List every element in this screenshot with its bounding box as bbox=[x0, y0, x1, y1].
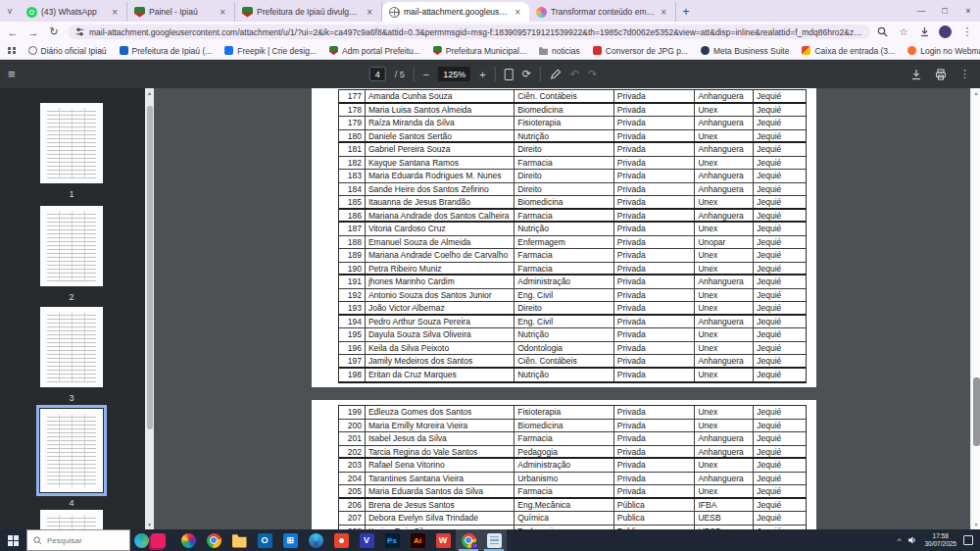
bookmark-item[interactable]: Prefeitura Municipal... bbox=[433, 46, 526, 56]
taskbar-app-editor[interactable] bbox=[481, 529, 507, 551]
page-thumbnail[interactable] bbox=[40, 307, 103, 387]
taskbar-clock[interactable]: 17:58 30/07/2025 bbox=[924, 532, 956, 548]
bookmark-item[interactable]: Caixa de entrada (3... bbox=[802, 46, 895, 56]
scroll-down-icon[interactable]: ▼ bbox=[145, 522, 154, 527]
table-cell: Privada bbox=[614, 104, 696, 117]
address-toolbar: ← → ↻ mail-attachment.googleusercontent.… bbox=[0, 22, 980, 42]
tab-close-icon[interactable]: × bbox=[659, 7, 668, 18]
photos-pink-icon[interactable] bbox=[151, 533, 166, 548]
pinwheel-teal-icon[interactable] bbox=[134, 533, 149, 548]
hidden-icons-caret-icon[interactable]: ^ bbox=[898, 536, 902, 545]
bookmark-item[interactable]: Prefeitura de Ipiaú (... bbox=[120, 46, 213, 56]
bookmark-item[interactable]: Meta Business Suite bbox=[701, 46, 789, 56]
annotate-pen-icon[interactable] bbox=[550, 69, 562, 80]
undo-icon[interactable]: ↶ bbox=[570, 68, 579, 80]
speaker-icon[interactable] bbox=[907, 535, 917, 545]
bookmark-item[interactable]: Login no Webmail bbox=[907, 46, 980, 56]
forward-icon[interactable]: → bbox=[26, 26, 40, 38]
new-tab-button[interactable]: + bbox=[676, 2, 696, 22]
fit-page-icon[interactable] bbox=[505, 69, 514, 80]
pdf-menu-icon[interactable]: ≡ bbox=[8, 67, 16, 81]
browser-tab[interactable]: mail-attachment.googleuserc...× bbox=[382, 2, 529, 22]
pdf-more-icon[interactable]: ⋮ bbox=[959, 68, 970, 80]
bookmark-item[interactable]: Conversor de JPG p... bbox=[593, 46, 688, 56]
maximize-button[interactable]: □ bbox=[933, 0, 956, 22]
bookmark-item[interactable]: Freepik | Crie desig... bbox=[224, 46, 317, 56]
browser-tab[interactable]: Transformar conteúdo em texto× bbox=[529, 2, 676, 22]
taskbar-app-store[interactable] bbox=[277, 529, 303, 551]
table-cell: Unex bbox=[695, 420, 754, 432]
taskbar-app-chrome-profile[interactable] bbox=[456, 529, 481, 551]
sidebar-scrollbar[interactable]: ▲ ▼ bbox=[145, 88, 154, 529]
taskbar-app-illustrator[interactable] bbox=[405, 529, 430, 551]
table-cell: Unex bbox=[695, 196, 754, 208]
bookmark-item[interactable]: Diário oficial Ipiaú bbox=[28, 46, 107, 56]
pdf-toolbar-right: ⋮ bbox=[910, 68, 970, 80]
download-icon[interactable] bbox=[910, 69, 922, 80]
zoom-level[interactable]: 125% bbox=[438, 67, 470, 81]
profile-avatar[interactable] bbox=[939, 25, 952, 38]
table-row: 201Isabel Jesus da SilvaFarmaciaPrivadaA… bbox=[339, 432, 806, 446]
url-text[interactable]: mail-attachment.googleusercontent.com/at… bbox=[89, 27, 862, 37]
taskbar-app-chrome[interactable] bbox=[201, 529, 226, 551]
page-thumbnail[interactable] bbox=[40, 103, 103, 183]
taskbar-app-edge[interactable] bbox=[303, 529, 328, 551]
taskbar-app-wps[interactable] bbox=[430, 529, 456, 551]
taskbar-search[interactable] bbox=[26, 529, 130, 551]
taskbar-app-outlook[interactable] bbox=[252, 529, 277, 551]
taskbar-app-red-media[interactable] bbox=[328, 529, 354, 551]
tab-close-icon[interactable]: × bbox=[110, 7, 120, 18]
wps-icon bbox=[436, 533, 451, 548]
reload-icon[interactable]: ↻ bbox=[47, 25, 61, 38]
page-thumbnail[interactable] bbox=[40, 510, 103, 529]
start-button[interactable] bbox=[0, 529, 26, 551]
search-input[interactable] bbox=[47, 536, 121, 545]
scroll-up-icon[interactable]: ▲ bbox=[145, 90, 154, 96]
tab-close-icon[interactable]: × bbox=[365, 7, 374, 18]
taskbar-app-paint3d[interactable] bbox=[175, 529, 201, 551]
table-cell: 193 bbox=[339, 302, 366, 314]
browser-tab[interactable]: Prefeitura de Ipiaú divulga lista× bbox=[235, 2, 382, 22]
table-row: 202Tarcia Regina do Vale SantosPedagogia… bbox=[339, 446, 806, 460]
red-a-icon bbox=[593, 46, 602, 55]
thumbnail-image bbox=[40, 103, 103, 183]
minimize-button[interactable]: — bbox=[909, 0, 933, 22]
table-cell: Anhanguera bbox=[695, 276, 754, 288]
redo-icon[interactable]: ↷ bbox=[588, 68, 597, 80]
bookmarks-apps-grid-icon[interactable] bbox=[8, 47, 16, 55]
document-scrollbar-thumb[interactable] bbox=[973, 377, 980, 446]
scroll-up-icon[interactable]: ▲ bbox=[971, 90, 980, 96]
browser-tab[interactable]: Painel - Ipiaú× bbox=[127, 2, 235, 22]
site-settings-icon[interactable] bbox=[75, 27, 84, 36]
table-cell: 183 bbox=[339, 170, 366, 182]
bookmark-item[interactable]: noticias bbox=[539, 46, 580, 56]
table-cell: Maria Eduarda Rodrigues M. Nunes bbox=[366, 170, 514, 182]
page-thumbnail[interactable] bbox=[40, 206, 103, 286]
page-number-input[interactable]: 4 bbox=[369, 67, 386, 81]
print-icon[interactable] bbox=[935, 69, 947, 80]
downloads-icon[interactable] bbox=[919, 26, 930, 37]
zoom-in-icon[interactable]: + bbox=[479, 69, 485, 80]
tab-search-chevron-icon[interactable]: v bbox=[0, 0, 20, 22]
page-thumbnail[interactable] bbox=[40, 409, 103, 492]
document-scrollbar[interactable]: ▲ ▼ bbox=[970, 88, 980, 529]
taskbar-app-photoshop[interactable] bbox=[379, 529, 405, 551]
browser-menu-icon[interactable]: ⋮ bbox=[960, 25, 974, 38]
zoom-indicator-icon[interactable] bbox=[877, 26, 888, 37]
sidebar-scrollbar-thumb[interactable] bbox=[147, 106, 153, 429]
tab-close-icon[interactable]: × bbox=[513, 7, 522, 18]
bookmark-item[interactable]: Adm portal Prefeitu... bbox=[329, 46, 420, 56]
bookmark-star-icon[interactable]: ☆ bbox=[897, 26, 910, 37]
rotate-icon[interactable]: ⟳ bbox=[522, 68, 531, 80]
zoom-out-icon[interactable]: − bbox=[423, 69, 429, 80]
scroll-down-icon[interactable]: ▼ bbox=[971, 522, 980, 527]
taskbar-app-vscode[interactable] bbox=[354, 529, 379, 551]
back-icon[interactable]: ← bbox=[6, 26, 20, 38]
taskbar-app-explorer[interactable] bbox=[226, 529, 252, 551]
table-cell: 198 bbox=[339, 369, 366, 382]
address-bar[interactable]: mail-attachment.googleusercontent.com/at… bbox=[68, 25, 870, 39]
close-window-button[interactable]: × bbox=[956, 0, 980, 22]
tab-close-icon[interactable]: × bbox=[218, 7, 227, 18]
notification-center-icon[interactable] bbox=[963, 535, 973, 545]
browser-tab[interactable]: (43) WhatsApp× bbox=[20, 2, 127, 22]
